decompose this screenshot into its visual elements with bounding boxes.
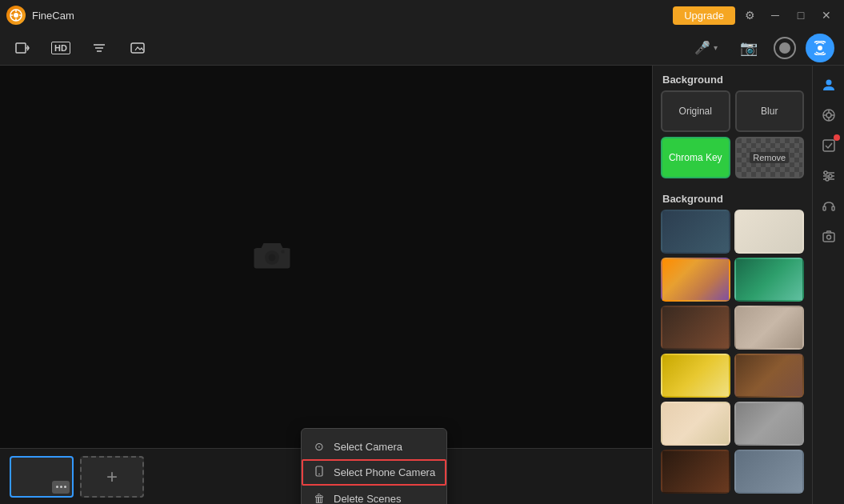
filter-button[interactable] [86, 35, 112, 61]
record-inner-circle [779, 42, 790, 54]
context-menu: ⊙ Select Camera Select Phone Camera 🗑 De… [301, 428, 447, 504]
svg-rect-20 [823, 140, 834, 151]
bg-original-label: Original [679, 106, 712, 117]
mic-button[interactable]: 🎤 ▾ [688, 37, 724, 58]
toolbar-right: 🎤 ▾ 📷 [688, 34, 834, 62]
svg-point-17 [826, 80, 831, 86]
dot-1 [56, 486, 58, 488]
context-delete-scenes[interactable]: 🗑 Delete Scenes [302, 486, 446, 504]
svg-rect-28 [832, 206, 834, 210]
delete-scenes-icon: 🗑 [313, 492, 326, 504]
bg-thumb-6[interactable] [734, 306, 804, 350]
bg-thumb-2[interactable] [734, 210, 804, 254]
camera-snapshot-button[interactable]: 📷 [734, 36, 764, 60]
bg-chroma-key-label: Chroma Key [669, 152, 722, 163]
bg-blur-option[interactable]: Blur [735, 90, 805, 132]
background-section-title: Background [653, 66, 812, 90]
svg-rect-15 [316, 466, 322, 476]
icon-bar [812, 66, 844, 504]
close-button[interactable]: ✕ [815, 4, 838, 26]
delete-scenes-label: Delete Scenes [334, 493, 402, 505]
svg-point-29 [826, 235, 830, 239]
bg-thumbnails-grid [653, 210, 812, 500]
preview-area: ⊙ Select Camera Select Phone Camera 🗑 De… [0, 66, 652, 504]
mic-chevron-icon: ▾ [714, 43, 718, 52]
dot-2 [60, 486, 62, 488]
icon-bar-sliders-button[interactable] [816, 163, 842, 189]
bg-thumb-8[interactable] [734, 354, 804, 398]
scene-more-button[interactable] [52, 481, 70, 494]
select-phone-camera-icon [313, 466, 326, 479]
select-phone-camera-label: Select Phone Camera [334, 466, 435, 478]
bg-original-option[interactable]: Original [661, 90, 730, 132]
select-camera-label: Select Camera [334, 441, 402, 453]
bg-thumb-9[interactable] [661, 402, 730, 446]
camera-placeholder [248, 231, 296, 282]
settings-titlebar-button[interactable]: ⚙ [738, 4, 761, 26]
context-select-phone-camera[interactable]: Select Phone Camera [302, 459, 446, 486]
icon-bar-person-button[interactable] [816, 72, 842, 98]
svg-point-26 [826, 178, 829, 181]
svg-point-13 [269, 254, 276, 262]
bg-blur-label: Blur [761, 106, 778, 117]
bg-thumb-12[interactable] [734, 450, 804, 494]
bg-thumb-5[interactable] [661, 306, 730, 350]
toolbar: HD 🎤 ▾ 📷 [0, 30, 844, 66]
titlebar: FineCam Upgrade ⚙ ─ □ ✕ [0, 0, 844, 30]
svg-point-1 [14, 13, 18, 18]
background-images-title: Background [653, 185, 812, 210]
bg-thumb-3[interactable] [661, 258, 730, 302]
record-button[interactable] [774, 37, 796, 59]
export-button[interactable] [10, 35, 35, 61]
upgrade-button[interactable]: Upgrade [673, 6, 735, 25]
bg-thumb-10[interactable] [734, 402, 804, 446]
app-title: FineCam [32, 10, 74, 22]
hd-button[interactable]: HD [48, 35, 74, 61]
bg-thumb-7[interactable] [661, 354, 730, 398]
svg-point-14 [281, 250, 285, 254]
context-select-camera[interactable]: ⊙ Select Camera [302, 434, 446, 459]
icon-bar-ai-button[interactable] [816, 102, 842, 128]
svg-point-24 [824, 171, 827, 174]
sidebar-right: Background Original Blur Chroma Key Remo… [652, 66, 812, 504]
titlebar-right: Upgrade ⚙ ─ □ ✕ [673, 4, 838, 26]
svg-rect-6 [16, 43, 26, 53]
bg-thumb-1[interactable] [661, 210, 730, 254]
camera-snap-icon: 📷 [740, 40, 758, 56]
dot-3 [64, 486, 66, 488]
sticker-badge [834, 134, 840, 141]
icon-bar-camera-settings-button[interactable] [816, 224, 842, 250]
mic-icon: 🎤 [694, 40, 710, 55]
icon-bar-sticker-button[interactable] [816, 133, 842, 158]
minimize-button[interactable]: ─ [764, 4, 786, 26]
bg-thumb-4[interactable] [734, 258, 804, 302]
bg-thumb-11[interactable] [661, 450, 730, 494]
virtual-bg-button[interactable] [125, 35, 150, 61]
icon-bar-headset-button[interactable] [816, 194, 842, 219]
preview-canvas: ⊙ Select Camera Select Phone Camera 🗑 De… [0, 66, 652, 448]
svg-point-19 [826, 113, 831, 118]
svg-point-11 [818, 46, 822, 50]
add-scene-button[interactable]: + [80, 456, 144, 498]
maximize-button[interactable]: □ [790, 4, 812, 26]
bg-chroma-key-option[interactable]: Chroma Key [661, 137, 730, 178]
svg-point-25 [829, 174, 832, 178]
bg-remove-option[interactable]: Remove [735, 137, 805, 178]
select-camera-icon: ⊙ [313, 440, 326, 453]
main-content: ⊙ Select Camera Select Phone Camera 🗑 De… [0, 66, 844, 504]
bg-options-grid: Original Blur Chroma Key Remove [653, 90, 812, 185]
scene-thumb-1[interactable] [10, 456, 74, 498]
app-logo [6, 6, 26, 25]
titlebar-left: FineCam [6, 6, 74, 25]
bg-remove-label: Remove [750, 152, 789, 163]
svg-rect-27 [823, 206, 826, 210]
broadcast-button[interactable] [806, 34, 834, 62]
